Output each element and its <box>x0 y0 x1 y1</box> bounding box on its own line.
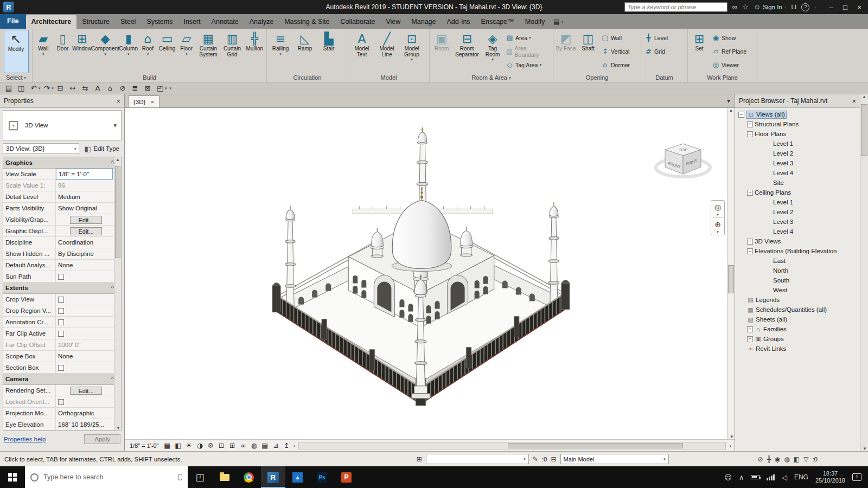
full-navigation-wheel-icon[interactable]: ◎ <box>714 202 721 213</box>
area-boundary-button[interactable]: ▧Area Boundary <box>503 44 551 58</box>
background-processes-icon[interactable]: ◍ <box>784 455 789 463</box>
customize-qat-icon[interactable]: ▾ <box>170 86 172 91</box>
model-panel-label[interactable]: Model <box>348 73 429 82</box>
expander-floor-plans[interactable]: − <box>747 131 753 137</box>
tab-collaborate[interactable]: Collaborate <box>335 15 381 29</box>
revit-taskbar-button[interactable]: R <box>261 466 285 488</box>
task-view-button[interactable]: ◰ <box>188 466 212 488</box>
room-area-panel-label[interactable]: Room & Area▾ <box>430 73 553 82</box>
tree-item-ceiling-level-4[interactable]: Level 4 <box>735 227 860 236</box>
sun-path-icon[interactable]: ☀ <box>184 441 194 450</box>
photoshop-button[interactable]: Ps <box>310 466 334 488</box>
tree-item-elevations[interactable]: −Elevations (Building Elevation <box>735 246 860 256</box>
view-selector-dropdown[interactable]: 3D View: {3D}▾ <box>3 143 79 154</box>
set-button[interactable]: ⊞Set <box>689 30 710 73</box>
displacement-sets-icon[interactable]: ↥ <box>282 441 292 450</box>
tab-file[interactable]: File <box>0 14 26 29</box>
tree-item-legends[interactable]: ▤Legends <box>735 295 860 305</box>
tree-item-structural-plans[interactable]: +Structural Plans <box>735 119 860 129</box>
tab-manage[interactable]: Manage <box>406 15 441 29</box>
filter-icon[interactable]: ▽ <box>803 455 808 463</box>
redo-chevron-icon[interactable]: ▾ <box>52 86 54 91</box>
help-icon[interactable]: ? <box>801 3 809 11</box>
opening-wall-button[interactable]: ▢Wall <box>599 31 638 44</box>
workset-dropdown[interactable]: ▾ <box>426 454 529 464</box>
tab-modify[interactable]: Modify <box>520 15 551 29</box>
horizontal-scrollbar-thumb[interactable] <box>508 443 682 448</box>
view-tabs-chevron-icon[interactable]: ▾ <box>723 97 735 107</box>
ribbon-display-icon[interactable]: ▤ <box>554 18 560 25</box>
tree-item-views-all[interactable]: −⊡Views (all) <box>735 110 860 119</box>
temporary-hide-isolate-icon[interactable]: ∞ <box>238 441 248 450</box>
open-icon[interactable]: ▤ <box>3 84 15 92</box>
annotation-crop-checkbox[interactable] <box>58 319 64 325</box>
expander-groups[interactable]: + <box>747 336 753 342</box>
expander-3d-views[interactable]: + <box>747 239 753 245</box>
scope-box-field[interactable]: None <box>56 351 114 362</box>
save-icon[interactable]: ◫ <box>15 84 27 92</box>
view-scale-control[interactable]: 1/8" = 1'-0" <box>127 442 162 449</box>
mullion-button[interactable]: ╬Mullion <box>244 30 265 73</box>
floor-button[interactable]: ▱Floor▾ <box>177 30 196 73</box>
zoom-icon[interactable]: ⊕ <box>714 219 721 230</box>
tree-item-north[interactable]: North <box>735 266 860 275</box>
section-extents[interactable]: Extents^ <box>3 282 121 294</box>
tree-item-level-1[interactable]: Level 1 <box>735 139 860 149</box>
dormer-button[interactable]: ⌂Dormer <box>599 58 638 72</box>
tab-massing-site[interactable]: Massing & Site <box>279 15 335 29</box>
scroll-right-icon[interactable]: › <box>728 442 732 449</box>
volume-icon[interactable]: ◁ <box>782 473 787 481</box>
tab-analyze[interactable]: Analyze <box>244 15 279 29</box>
tab-annotate[interactable]: Annotate <box>206 15 244 29</box>
tab-systems[interactable]: Systems <box>141 15 178 29</box>
switch-windows-chevron-icon[interactable]: ▾ <box>165 86 167 91</box>
battery-icon[interactable] <box>751 475 760 479</box>
expander-families[interactable]: + <box>747 326 753 332</box>
redo-icon[interactable]: ↷ <box>41 84 53 92</box>
viewer-button[interactable]: ◎Viewer <box>710 58 753 72</box>
browser-scrollbar[interactable]: ▲▼ <box>860 94 868 451</box>
reveal-hidden-elements-icon[interactable]: ◍ <box>249 441 259 450</box>
mic-icon[interactable] <box>178 474 182 480</box>
column-button[interactable]: ▮Column▾ <box>119 30 138 73</box>
sign-in-button[interactable]: ☺ Sign In ▾ <box>754 3 787 11</box>
projection-mode-field[interactable]: Orthographic <box>56 408 114 419</box>
default-analysis-field[interactable]: None <box>56 260 114 271</box>
chrome-button[interactable] <box>237 466 261 488</box>
show-crop-region-icon[interactable]: ⊞ <box>227 441 238 450</box>
action-center-icon[interactable]: 1 <box>852 473 861 481</box>
ramp-button[interactable]: ◺Ramp <box>293 30 317 73</box>
level-button[interactable]: ╋Level <box>642 31 685 44</box>
people-icon[interactable]: ☺ <box>724 473 732 481</box>
tree-item-floor-plans[interactable]: −Floor Plans <box>735 129 860 139</box>
visibility-edit-button[interactable]: Edit... <box>70 216 101 224</box>
tree-item-revit-links[interactable]: ∞Revit Links <box>735 344 860 354</box>
crop-view-icon[interactable]: ⊡ <box>216 441 227 450</box>
switch-windows-icon[interactable]: ◰ <box>154 84 166 92</box>
work-plane-panel-label[interactable]: Work Plane <box>688 73 757 82</box>
properties-scrollbar[interactable]: ▲▼ <box>114 157 121 431</box>
favorites-star-icon[interactable]: ☆ <box>742 3 749 11</box>
door-button[interactable]: ▯Door <box>53 30 73 73</box>
help-chevron-icon[interactable]: ▾ <box>814 5 816 9</box>
language-indicator[interactable]: ENG <box>794 473 808 481</box>
tab-view[interactable]: View <box>380 15 406 29</box>
ref-plane-button[interactable]: ▱Ref Plane <box>710 44 753 58</box>
file-explorer-button[interactable] <box>212 466 237 488</box>
tag-area-button[interactable]: ◇Tag Area▾ <box>503 58 551 72</box>
revit-logo-icon[interactable]: R <box>3 2 14 12</box>
discipline-field[interactable]: Coordination <box>56 237 114 248</box>
curtain-grid-button[interactable]: ▥Curtain Grid <box>221 30 244 73</box>
window-button[interactable]: ⊞Window <box>72 30 92 73</box>
type-selector[interactable]: ⊡ 3D View ▾ <box>3 110 122 140</box>
tree-item-ceiling-plans[interactable]: −Ceiling Plans <box>735 188 860 197</box>
taskbar-clock[interactable]: 18:37 25/10/2018 <box>815 470 845 484</box>
view-scale-input[interactable]: 1/8" = 1'-0" <box>56 169 113 179</box>
exclude-options-icon[interactable]: ⊘ <box>758 455 763 463</box>
section-icon[interactable]: ⊘ <box>117 84 129 92</box>
project-browser-close-icon[interactable]: × <box>852 97 856 105</box>
view-tab-3d[interactable]: {3D} × <box>128 95 159 107</box>
vertical-scrollbar-thumb[interactable] <box>728 265 734 293</box>
tab-add-ins[interactable]: Add-Ins <box>442 15 476 29</box>
drawing-area[interactable]: TOP FRONT RIGHT ◎ ▾ ⊕ ▾ ▲▼ <box>125 108 735 439</box>
